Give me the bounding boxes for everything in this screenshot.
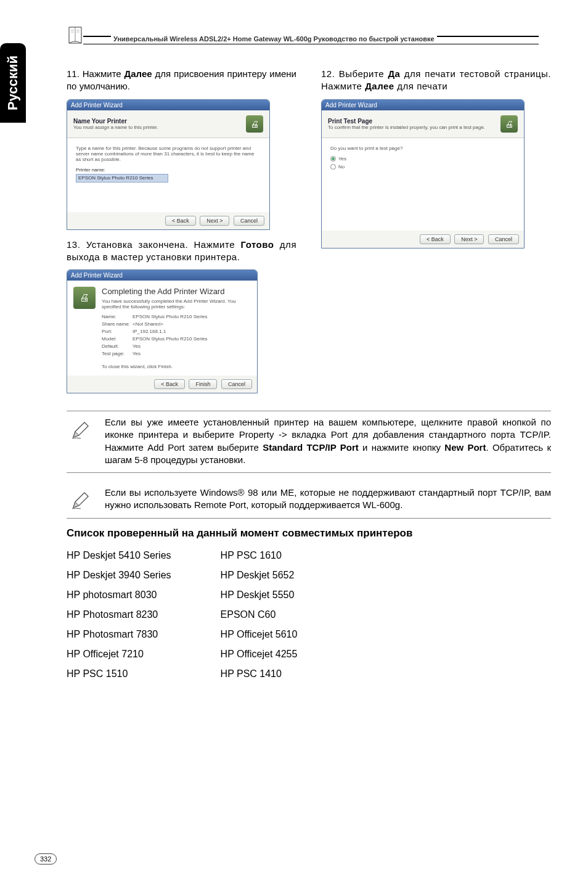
page-number: 332 [35, 853, 57, 865]
printer-item: HP Deskjet 5652 [221, 565, 298, 585]
radio-no-label: No [338, 164, 345, 170]
printer-item: HP PSC 1510 [67, 664, 171, 684]
dialog-closing: To close this wizard, click Finish. [102, 364, 251, 369]
next-button[interactable]: Next > [200, 216, 229, 226]
printer-item: HP Deskjet 5550 [221, 585, 298, 605]
printer-item: EPSON C60 [221, 605, 298, 625]
printer-name-input[interactable]: EPSON Stylus Photo R210 Series [76, 174, 168, 183]
printers-heading: Список проверенный на данный момент совм… [67, 527, 551, 540]
printer-icon: 🖨 [500, 115, 518, 133]
printer-item: HP Officejet 5610 [221, 625, 298, 644]
radio-no[interactable] [330, 164, 336, 170]
pencil-icon [70, 490, 91, 511]
dialog-titlebar: Add Printer Wizard [67, 100, 269, 110]
printer-list: HP Deskjet 5410 SeriesHP Deskjet 3940 Se… [67, 546, 551, 684]
dialog-subtitle: You have successfully completed the Add … [102, 298, 251, 310]
dialog-titlebar: Add Printer Wizard [322, 100, 524, 110]
dialog-name-printer: Add Printer Wizard Name Your Printer You… [67, 99, 270, 230]
summary-list: Name:EPSON Stylus Photo R210 Series Shar… [102, 313, 251, 358]
dialog-title: Print Test Page [328, 118, 500, 125]
dialog-titlebar: Add Printer Wizard [67, 270, 257, 281]
printer-item: HP Deskjet 5410 Series [67, 546, 171, 565]
printer-item: HP photosmart 8030 [67, 585, 171, 605]
step-11: 11. Нажмите Далее для присвоения принтер… [67, 68, 296, 93]
field-label: Printer name: [76, 167, 261, 173]
printer-item: HP Officejet 4255 [221, 644, 298, 664]
step-13: 13. Установка закончена. Нажмите Готово … [67, 239, 296, 264]
printer-item: HP Photosmart 7830 [67, 625, 171, 644]
header-title: Универсальный Wireless ADSL2/2+ Home Gat… [111, 35, 437, 43]
printer-icon: 🖨 [73, 287, 96, 309]
note-1: Если вы уже имеете установленный принтер… [67, 411, 551, 473]
dialog-title: Name Your Printer [73, 118, 246, 125]
step-12: 12. Выберите Да для печати тестовой стра… [321, 68, 551, 93]
finish-button[interactable]: Finish [189, 379, 217, 389]
dialog-test-page: Add Printer Wizard Print Test Page To co… [321, 99, 525, 248]
cancel-button[interactable]: Cancel [234, 216, 264, 226]
dialog-completing: Add Printer Wizard 🖨 Completing the Add … [67, 269, 258, 393]
dialog-title: Completing the Add Printer Wizard [102, 287, 251, 296]
dialog-body-text: Type a name for this printer. Because so… [76, 146, 261, 162]
printer-item: HP Photosmart 8230 [67, 605, 171, 625]
pencil-icon [70, 420, 91, 441]
back-button[interactable]: < Back [165, 216, 196, 226]
printer-icon: 🖨 [246, 115, 263, 133]
next-button[interactable]: Next > [454, 234, 484, 244]
cancel-button[interactable]: Cancel [488, 234, 519, 244]
language-tab: Русский [0, 43, 26, 123]
note-2: Если вы используете Windows® 98 или ME, … [67, 482, 551, 519]
back-button[interactable]: < Back [154, 379, 185, 389]
radio-yes[interactable] [330, 156, 336, 162]
back-button[interactable]: < Back [420, 234, 451, 244]
book-icon [67, 25, 84, 46]
radio-yes-label: Yes [338, 156, 346, 162]
dialog-subtitle: You must assign a name to this printer. [73, 125, 246, 130]
cancel-button[interactable]: Cancel [221, 379, 252, 389]
printer-item: HP PSC 1410 [221, 664, 298, 684]
dialog-subtitle: To confirm that the printer is installed… [328, 125, 500, 130]
printer-item: HP PSC 1610 [221, 546, 298, 565]
printer-item: HP Officejet 7210 [67, 644, 171, 664]
question-text: Do you want to print a test page? [330, 146, 515, 151]
printer-item: HP Deskjet 3940 Series [67, 565, 171, 585]
